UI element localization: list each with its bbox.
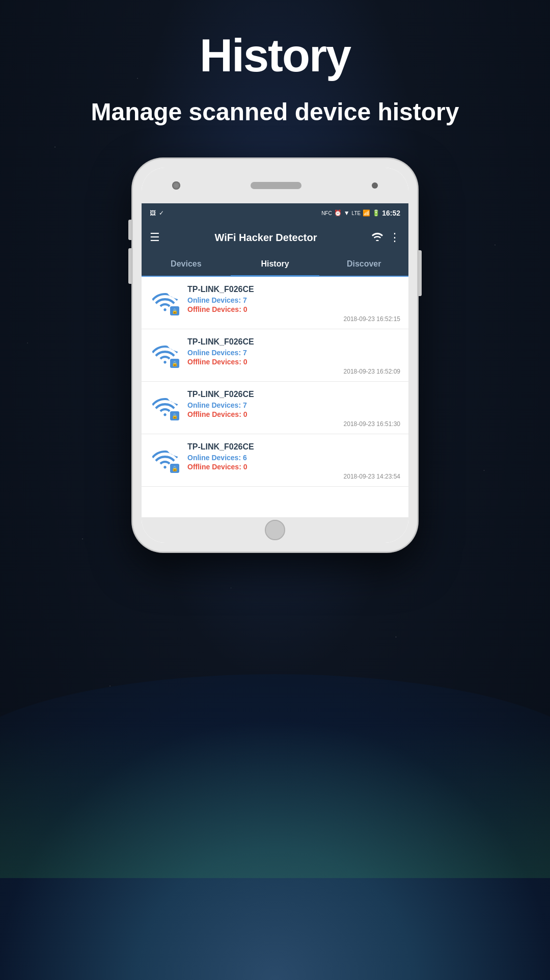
status-icons-right: NFC ⏰ ▼ LTE 📶 🔋 16:52	[321, 209, 400, 217]
history-item-content: TP-LINK_F026CE Online Devices: 6 Offline…	[187, 442, 400, 480]
status-icons-left: 🖼 ✓	[150, 209, 164, 217]
phone-screen-frame: 🖼 ✓ NFC ⏰ ▼ LTE 📶 🔋 16:52 ☰	[142, 168, 408, 543]
page-subtitle: Manage scanned device history	[0, 96, 550, 128]
battery-icon: 🔋	[372, 209, 380, 217]
history-item-content: TP-LINK_F026CE Online Devices: 7 Offline…	[187, 285, 400, 323]
volume-down-button[interactable]	[128, 248, 131, 284]
history-item-content: TP-LINK_F026CE Online Devices: 7 Offline…	[187, 337, 400, 375]
app-bar: ☰ WiFi Hacker Detector ⋮	[142, 223, 408, 252]
history-item[interactable]: 🔒 TP-LINK_F026CE Online Devices: 7 Offli…	[142, 382, 408, 434]
lock-icon: 🔒	[170, 464, 179, 473]
offline-count: Offline Devices: 0	[187, 358, 400, 366]
network-name: TP-LINK_F026CE	[187, 285, 400, 294]
wifi-icon[interactable]	[372, 232, 383, 244]
wifi-network-icon: 🔒	[150, 337, 180, 368]
wifi-network-icon: 🔒	[150, 285, 180, 315]
status-time: 16:52	[382, 209, 400, 217]
notification-icon-check: ✓	[159, 209, 164, 217]
history-item[interactable]: 🔒 TP-LINK_F026CE Online Devices: 6 Offli…	[142, 434, 408, 487]
online-count: Online Devices: 6	[187, 454, 400, 462]
tab-discover[interactable]: Discover	[319, 252, 408, 276]
wifi-network-icon: 🔒	[150, 390, 180, 420]
screen-bottom-space	[142, 487, 408, 517]
lock-icon: 🔒	[170, 306, 179, 315]
volume-up-button[interactable]	[128, 220, 131, 240]
online-count: Online Devices: 7	[187, 296, 400, 304]
offline-count: Offline Devices: 0	[187, 410, 400, 418]
lock-icon: 🔒	[170, 359, 179, 368]
signal-icon: 📶	[363, 209, 370, 217]
power-button[interactable]	[419, 250, 422, 296]
scan-timestamp: 2018-09-23 16:51:30	[187, 420, 400, 428]
lock-icon: 🔒	[170, 411, 179, 420]
history-item[interactable]: 🔒 TP-LINK_F026CE Online Devices: 7 Offli…	[142, 329, 408, 382]
page-title: History	[0, 31, 550, 81]
scan-timestamp: 2018-09-23 14:23:54	[187, 473, 400, 480]
home-button[interactable]	[265, 520, 285, 540]
offline-count: Offline Devices: 0	[187, 305, 400, 313]
menu-icon[interactable]: ☰	[150, 231, 160, 244]
front-camera	[172, 181, 180, 190]
tab-history[interactable]: History	[231, 252, 320, 276]
phone-mockup: 🖼 ✓ NFC ⏰ ▼ LTE 📶 🔋 16:52 ☰	[0, 158, 550, 552]
wifi-network-icon: 🔒	[150, 442, 180, 473]
wifi-status-icon: ▼	[344, 209, 350, 217]
history-item-content: TP-LINK_F026CE Online Devices: 7 Offline…	[187, 390, 400, 428]
nfc-icon: NFC	[321, 210, 332, 216]
more-options-icon[interactable]: ⋮	[389, 231, 400, 244]
earth-glow	[0, 725, 550, 878]
network-name: TP-LINK_F026CE	[187, 337, 400, 347]
notification-icon-image: 🖼	[150, 209, 156, 217]
scan-timestamp: 2018-09-23 16:52:15	[187, 315, 400, 323]
tab-devices[interactable]: Devices	[142, 252, 231, 276]
alarm-icon: ⏰	[334, 209, 342, 217]
scan-timestamp: 2018-09-23 16:52:09	[187, 368, 400, 375]
speaker-grille	[251, 182, 301, 189]
phone-left-buttons	[128, 220, 131, 284]
lte-icon: LTE	[352, 210, 361, 216]
online-count: Online Devices: 7	[187, 401, 400, 409]
phone-outer-frame: 🖼 ✓ NFC ⏰ ▼ LTE 📶 🔋 16:52 ☰	[132, 158, 418, 552]
tab-bar: Devices History Discover	[142, 252, 408, 277]
history-list: 🔒 TP-LINK_F026CE Online Devices: 7 Offli…	[142, 277, 408, 487]
network-name: TP-LINK_F026CE	[187, 442, 400, 452]
page-header: History Manage scanned device history	[0, 0, 550, 128]
proximity-sensor	[372, 182, 378, 189]
status-bar: 🖼 ✓ NFC ⏰ ▼ LTE 📶 🔋 16:52	[142, 203, 408, 223]
phone-screen: 🖼 ✓ NFC ⏰ ▼ LTE 📶 🔋 16:52 ☰	[142, 203, 408, 517]
history-item[interactable]: 🔒 TP-LINK_F026CE Online Devices: 7 Offli…	[142, 277, 408, 329]
phone-right-buttons	[419, 250, 422, 296]
offline-count: Offline Devices: 0	[187, 463, 400, 471]
phone-top-bezel	[142, 168, 408, 203]
app-title: WiFi Hacker Detector	[166, 232, 366, 244]
phone-bottom-bezel	[142, 517, 408, 543]
online-count: Online Devices: 7	[187, 349, 400, 357]
network-name: TP-LINK_F026CE	[187, 390, 400, 399]
